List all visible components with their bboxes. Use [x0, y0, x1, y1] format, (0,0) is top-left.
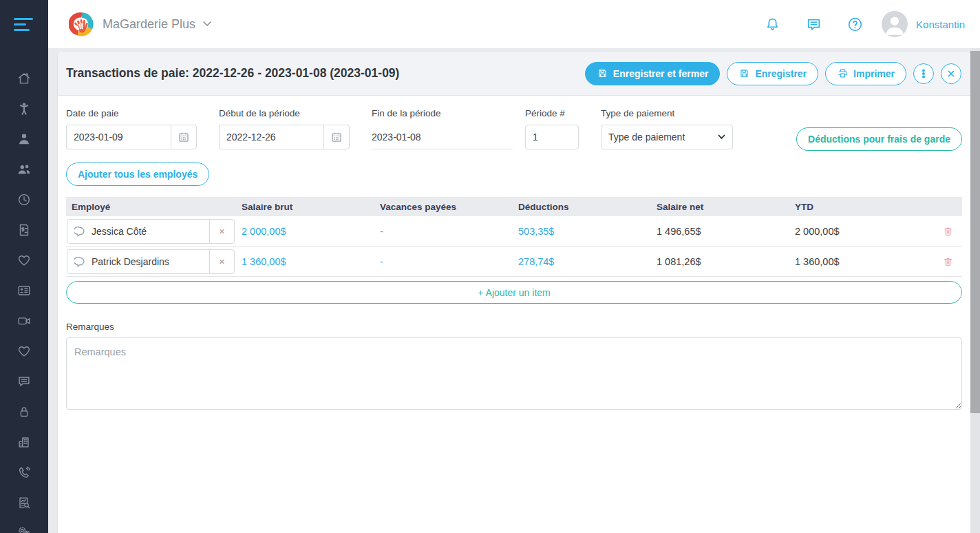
- period-start-label: Début de la période: [219, 108, 350, 118]
- sidebar-item-settings[interactable]: [0, 518, 48, 533]
- gross-salary-link[interactable]: 2 000,00$: [242, 226, 380, 237]
- childcare-deductions-button[interactable]: Déductions pour frais de garde: [796, 127, 962, 151]
- user-name[interactable]: Konstantin: [916, 19, 965, 30]
- delete-row-button[interactable]: [933, 225, 962, 238]
- period-start-calendar-button[interactable]: [323, 125, 350, 149]
- comment-bubble-icon: [74, 256, 85, 267]
- hamburger-menu-icon[interactable]: [0, 0, 48, 48]
- payment-type-field: Type de paiement Type de paiement: [601, 108, 733, 149]
- add-all-row: Ajouter tous les employés: [66, 163, 962, 186]
- pay-date-input[interactable]: [66, 125, 171, 149]
- sidebar-item-contacts[interactable]: [0, 275, 48, 306]
- clock-icon: [17, 192, 32, 207]
- child-icon: [17, 101, 32, 116]
- sidebar-item-billing[interactable]: [0, 215, 48, 245]
- sidebar-menu: [0, 48, 48, 533]
- net-salary-value: 1 081,26$: [657, 256, 795, 267]
- sidebar-item-schedule[interactable]: [0, 185, 48, 215]
- more-options-button[interactable]: [913, 63, 934, 84]
- notifications-button[interactable]: [763, 15, 781, 33]
- panel-header: Transactions de paie: 2022-12-26 - 2023-…: [58, 52, 970, 96]
- gross-salary-link[interactable]: 1 360,00$: [242, 256, 380, 267]
- employee-input[interactable]: Jessica Côté: [67, 219, 210, 244]
- sidebar-item-home[interactable]: [0, 63, 48, 94]
- col-header-vacation: Vacances payées: [380, 202, 518, 212]
- top-bar: MaGarderie Plus Konstantin: [48, 0, 980, 48]
- add-item-button[interactable]: + Ajouter un item: [66, 281, 962, 304]
- sidebar-item-staff[interactable]: [0, 124, 48, 154]
- sidebar-item-health[interactable]: [0, 245, 48, 275]
- table-header-row: Employé Salaire brut Vacances payées Déd…: [66, 197, 962, 216]
- avatar[interactable]: [882, 11, 908, 37]
- save-and-close-button[interactable]: Enregistrer et fermer: [585, 62, 721, 85]
- save-button[interactable]: Enregistrer: [727, 62, 818, 85]
- col-header-net: Salaire net: [657, 202, 795, 212]
- ytd-value: 2 000,00$: [795, 226, 933, 237]
- building-icon: [17, 435, 32, 450]
- trash-icon: [942, 255, 954, 268]
- help-icon: [846, 16, 864, 33]
- period-number-input[interactable]: [525, 125, 579, 149]
- bell-icon: [764, 16, 781, 33]
- kebab-menu-icon: [919, 69, 928, 79]
- gears-icon: [17, 525, 32, 533]
- delete-row-button[interactable]: [933, 255, 962, 268]
- col-header-ytd: YTD: [795, 202, 933, 212]
- lock-icon: [17, 404, 32, 419]
- period-end-field: Fin de la période 2023-01-08: [372, 108, 513, 149]
- vertical-scrollbar[interactable]: [970, 48, 980, 533]
- person-icon: [17, 132, 32, 147]
- topbar-actions: Konstantin: [740, 11, 965, 37]
- page-title: Transactions de paie: 2022-12-26 - 2023-…: [66, 66, 399, 81]
- heart-icon: [17, 253, 32, 268]
- scrollbar-thumb[interactable]: [970, 51, 980, 413]
- printer-icon: [837, 67, 849, 79]
- sidebar-item-calls[interactable]: [0, 457, 48, 488]
- report-search-icon: [17, 495, 32, 510]
- pay-date-calendar-button[interactable]: [171, 125, 197, 149]
- brand-switcher[interactable]: MaGarderie Plus: [69, 11, 211, 37]
- id-card-icon: [17, 283, 32, 298]
- save-icon: [738, 67, 750, 79]
- brand-name: MaGarderie Plus: [103, 17, 195, 32]
- hands-circle-logo: [69, 11, 95, 37]
- remarks-label: Remarques: [66, 322, 962, 332]
- close-panel-button[interactable]: [941, 63, 961, 84]
- clear-employee-button[interactable]: ×: [209, 249, 235, 274]
- chat-bubble-icon: [17, 374, 32, 389]
- sidebar: [0, 0, 48, 533]
- sidebar-item-organization[interactable]: [0, 427, 48, 457]
- vacation-pay-link[interactable]: -: [380, 256, 518, 267]
- employee-input[interactable]: Patrick Desjardins: [67, 249, 210, 274]
- remarks-textarea[interactable]: [66, 337, 962, 410]
- chevron-down-icon: [203, 21, 211, 27]
- deductions-link[interactable]: 503,35$: [518, 226, 657, 237]
- sidebar-item-cameras[interactable]: [0, 306, 48, 336]
- sidebar-item-reports[interactable]: [0, 488, 48, 518]
- print-label: Imprimer: [853, 68, 895, 79]
- vacation-pay-link[interactable]: -: [380, 226, 518, 237]
- help-button[interactable]: [846, 15, 864, 33]
- payment-type-select[interactable]: Type de paiement: [601, 125, 733, 149]
- table-row: Patrick Desjardins × 1 360,00$ - 278,74$…: [66, 247, 962, 277]
- sidebar-item-groups[interactable]: [0, 154, 48, 185]
- video-camera-icon: [17, 313, 32, 328]
- payment-type-selected: Type de paiement: [608, 132, 685, 143]
- deductions-link[interactable]: 278,74$: [518, 256, 657, 267]
- save-and-close-label: Enregistrer et fermer: [613, 68, 709, 79]
- messages-button[interactable]: [805, 15, 822, 33]
- sidebar-item-messages[interactable]: [0, 366, 48, 397]
- print-button[interactable]: Imprimer: [825, 62, 906, 85]
- period-number-field: Période #: [525, 108, 579, 149]
- sidebar-item-children[interactable]: [0, 94, 48, 124]
- panel-actions: Enregistrer et fermer Enregistrer Imprim…: [585, 62, 961, 85]
- sidebar-item-security[interactable]: [0, 397, 48, 427]
- save-label: Enregistrer: [755, 68, 807, 79]
- payroll-panel: Transactions de paie: 2022-12-26 - 2023-…: [58, 52, 970, 533]
- add-all-employees-button[interactable]: Ajouter tous les employés: [66, 163, 209, 186]
- trash-icon: [942, 225, 954, 238]
- sidebar-item-favorites[interactable]: [0, 336, 48, 366]
- chat-icon: [805, 16, 822, 33]
- clear-employee-button[interactable]: ×: [209, 219, 235, 244]
- period-start-input[interactable]: [219, 125, 323, 149]
